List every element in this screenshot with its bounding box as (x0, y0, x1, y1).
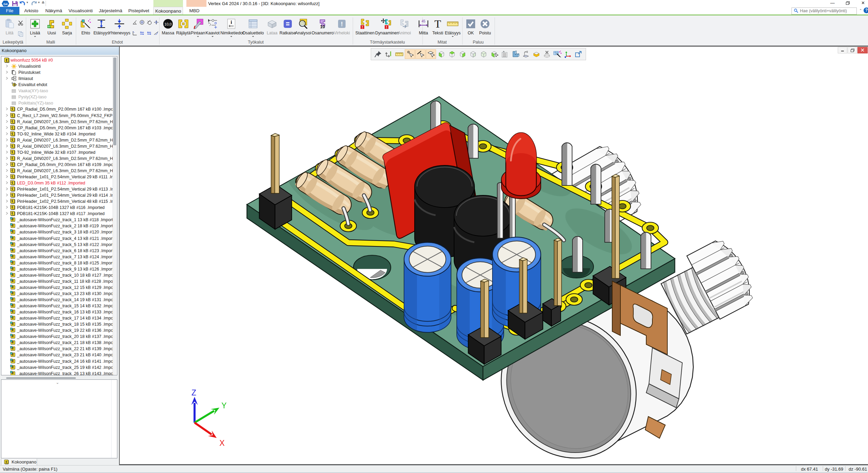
svg-text:Z: Z (191, 388, 196, 397)
svg-text:X: X (219, 439, 224, 447)
svg-text:Y: Y (221, 401, 227, 410)
